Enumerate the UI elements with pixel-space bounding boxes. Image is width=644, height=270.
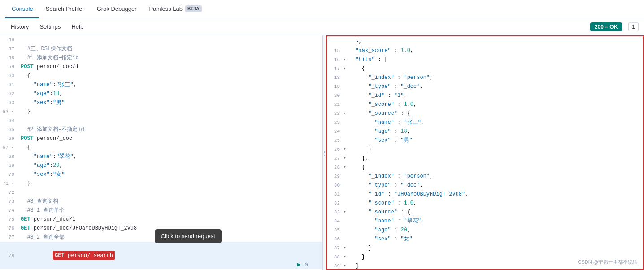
resp-line-29: 29 "_index" : "person",	[327, 172, 643, 181]
tab-painless-lab[interactable]: Painless Lab BETA	[143, 0, 208, 18]
resp-line-16: 16 ▾ "hits" : [	[327, 55, 643, 64]
line-60: 60 {	[0, 71, 322, 80]
tab-grok-debugger-label: Grok Debugger	[97, 5, 137, 12]
line-56: 56	[0, 35, 322, 44]
line-74: 73 #3.查询文档	[0, 197, 322, 206]
resp-line-28: 28 ▾ {	[327, 163, 643, 172]
main-content: 56 57 #三、DSL操作文档 58 #1.添加文档-指定id 59 POST…	[0, 35, 644, 270]
top-nav: Console Search Profiler Grok Debugger Pa…	[0, 0, 644, 18]
line-64: 63 ▾ }	[0, 107, 322, 116]
line-77: 76 GET person/_doc/JHOaYoUBDyHDigT_2Vu8	[0, 224, 322, 233]
tab-console-label: Console	[12, 5, 33, 12]
resp-line-17: 17 ▾ {	[327, 64, 643, 73]
watermark: CSDN @宁愿一生都不说话	[578, 257, 638, 266]
resp-line-23: 23 "name" : "张三",	[327, 118, 643, 127]
resp-line-18: 18 "_index" : "person",	[327, 73, 643, 82]
resp-line-32: 32 "_score" : 1.0,	[327, 199, 643, 208]
tab-search-profiler-label: Search Profiler	[46, 5, 84, 12]
resp-line-34: 34 "name" : "翠花",	[327, 217, 643, 226]
resp-line-20: 20 "_id" : "1",	[327, 91, 643, 100]
line-78-comment: 77 #3.2 查询全部	[0, 233, 322, 242]
line-59: 59 POST person/_doc/1	[0, 62, 322, 71]
resize-handle[interactable]: ⋮	[323, 35, 326, 270]
line-72: 71 ▾ }	[0, 179, 322, 188]
resp-line-top: },	[327, 37, 643, 46]
line-71: 70 "sex":"女"	[0, 170, 322, 179]
beta-badge: BETA	[185, 5, 201, 12]
response-panel: }, 15 "max_score" : 1.0, 16 ▾ "hits" : […	[326, 35, 644, 270]
line-67: 66 POST person/_doc	[0, 134, 322, 143]
line-78-active[interactable]: 78 GET person/_search ▶ ⚙	[0, 242, 322, 269]
resp-line-24: 24 "age" : 18,	[327, 127, 643, 136]
nav-help[interactable]: Help	[66, 18, 89, 35]
resp-line-37: 37 ▾ }	[327, 244, 643, 253]
editor-lines: 56 57 #三、DSL操作文档 58 #1.添加文档-指定id 59 POST…	[0, 35, 322, 270]
line-63: 63 "sex":"男"	[0, 98, 322, 107]
tab-painless-lab-label: Painless Lab	[149, 5, 183, 12]
line-58: 58 #1.添加文档-指定id	[0, 53, 322, 62]
play-icon[interactable]: ▶	[297, 260, 300, 269]
page-number: 1	[628, 22, 639, 31]
line-75: 74 #3.1 查询单个	[0, 206, 322, 215]
line-65: 64	[0, 116, 322, 125]
editor-panel[interactable]: 56 57 #三、DSL操作文档 58 #1.添加文档-指定id 59 POST…	[0, 35, 323, 270]
tab-console[interactable]: Console	[5, 0, 39, 18]
resp-line-31: 31 "_id" : "JHOaYoUBDyHDigT_2Vu8",	[327, 190, 643, 199]
resp-line-21: 21 "_score" : 1.0,	[327, 100, 643, 109]
resp-line-25: 25 "sex" : "男"	[327, 136, 643, 145]
secondary-nav: History Settings Help 200 – OK 1	[0, 18, 644, 35]
resp-line-27: 27 ▾ },	[327, 154, 643, 163]
nav-history[interactable]: History	[5, 18, 34, 35]
resp-line-22: 22 ▾ "_source" : {	[327, 109, 643, 118]
line-76: 75 GET person/_doc/1	[0, 215, 322, 224]
secondary-nav-left: History Settings Help	[5, 18, 89, 35]
settings-icon[interactable]: ⚙	[305, 260, 308, 269]
resp-line-33: 33 ▾ "_source" : {	[327, 208, 643, 217]
resp-line-36: 36 "sex" : "女"	[327, 235, 643, 244]
resp-line-30: 30 "_type" : "_doc",	[327, 181, 643, 190]
response-lines: }, 15 "max_score" : 1.0, 16 ▾ "hits" : […	[327, 36, 643, 270]
line-61: 61 "name":"张三",	[0, 80, 322, 89]
resp-line-26: 26 ▾ }	[327, 145, 643, 154]
line-66: 65 #2.添加文档-不指定id	[0, 125, 322, 134]
status-badge: 200 – OK	[590, 22, 622, 31]
line-73: 72	[0, 188, 322, 197]
tab-grok-debugger[interactable]: Grok Debugger	[91, 0, 143, 18]
resp-line-15: 15 "max_score" : 1.0,	[327, 46, 643, 55]
resp-line-19: 19 "_type" : "_doc",	[327, 82, 643, 91]
line-68: 67 ▾ {	[0, 143, 322, 152]
resp-line-35: 35 "age" : 20,	[327, 226, 643, 235]
line-70: 69 "age":20,	[0, 161, 322, 170]
nav-settings[interactable]: Settings	[34, 18, 66, 35]
line-57: 57 #三、DSL操作文档	[0, 44, 322, 53]
tab-search-profiler[interactable]: Search Profiler	[39, 0, 91, 18]
line-62: 62 "age":18,	[0, 89, 322, 98]
line-69: 68 "name":"翠花",	[0, 152, 322, 161]
